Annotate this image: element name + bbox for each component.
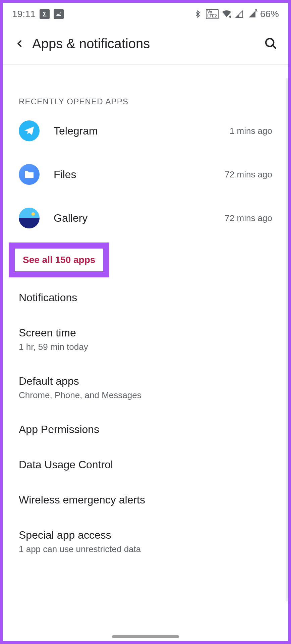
battery-percentage: 66% <box>260 9 279 19</box>
setting-title: Default apps <box>19 375 272 387</box>
app-bar: Apps & notifications <box>3 22 288 65</box>
app-notification-icon-2 <box>54 9 64 19</box>
see-all-apps-link[interactable]: See all 150 apps <box>23 255 95 265</box>
gallery-icon <box>19 208 40 228</box>
setting-title: Data Usage Control <box>19 459 272 471</box>
app-name-label: Telegram <box>54 125 230 137</box>
signal-2-icon: X <box>247 9 257 19</box>
setting-subtitle: 1 hr, 59 min today <box>19 342 272 352</box>
svg-point-1 <box>229 15 231 18</box>
setting-title: Screen time <box>19 327 272 339</box>
setting-subtitle: 1 app can use unrestricted data <box>19 544 272 554</box>
files-icon <box>19 164 40 185</box>
recent-app-telegram[interactable]: Telegram 1 mins ago <box>3 109 288 153</box>
setting-default-apps[interactable]: Default apps Chrome, Phone, and Messages <box>3 364 288 412</box>
scrollbar[interactable] <box>286 78 288 601</box>
app-time-label: 1 mins ago <box>230 126 272 136</box>
recently-opened-header: RECENTLY OPENED APPS <box>3 65 288 109</box>
wifi-icon <box>222 9 231 19</box>
status-time: 19:11 <box>12 9 36 19</box>
bluetooth-icon <box>193 9 202 19</box>
setting-title: Special app access <box>19 529 272 541</box>
setting-app-permissions[interactable]: App Permissions <box>3 412 288 447</box>
svg-point-0 <box>60 12 61 13</box>
recent-app-files[interactable]: Files 72 mins ago <box>3 153 288 196</box>
setting-title: Notifications <box>19 291 272 304</box>
see-all-apps-highlight: See all 150 apps <box>9 243 109 277</box>
navigation-handle[interactable] <box>112 635 179 638</box>
app-time-label: 72 mins ago <box>225 213 272 223</box>
setting-special-app-access[interactable]: Special app access 1 app can use unrestr… <box>3 518 288 554</box>
svg-point-2 <box>266 39 274 46</box>
telegram-icon <box>19 120 40 141</box>
back-button[interactable] <box>12 36 28 52</box>
app-notification-icon-1: Σ <box>40 9 50 19</box>
signal-1-icon <box>235 9 244 19</box>
volte-icon: VoLTE2 <box>206 9 219 19</box>
setting-wireless-emergency-alerts[interactable]: Wireless emergency alerts <box>3 482 288 518</box>
setting-subtitle: Chrome, Phone, and Messages <box>19 390 272 400</box>
status-bar: 19:11 Σ VoLTE2 X 66% <box>3 3 288 22</box>
recent-app-gallery[interactable]: Gallery 72 mins ago <box>3 196 288 240</box>
setting-title: App Permissions <box>19 423 272 436</box>
setting-title: Wireless emergency alerts <box>19 494 272 506</box>
app-name-label: Files <box>54 168 225 181</box>
search-button[interactable] <box>263 36 279 52</box>
setting-data-usage-control[interactable]: Data Usage Control <box>3 447 288 482</box>
app-name-label: Gallery <box>54 212 225 224</box>
setting-notifications[interactable]: Notifications <box>3 280 288 315</box>
app-time-label: 72 mins ago <box>225 169 272 180</box>
setting-screen-time[interactable]: Screen time 1 hr, 59 min today <box>3 315 288 364</box>
page-title: Apps & notifications <box>32 36 263 51</box>
